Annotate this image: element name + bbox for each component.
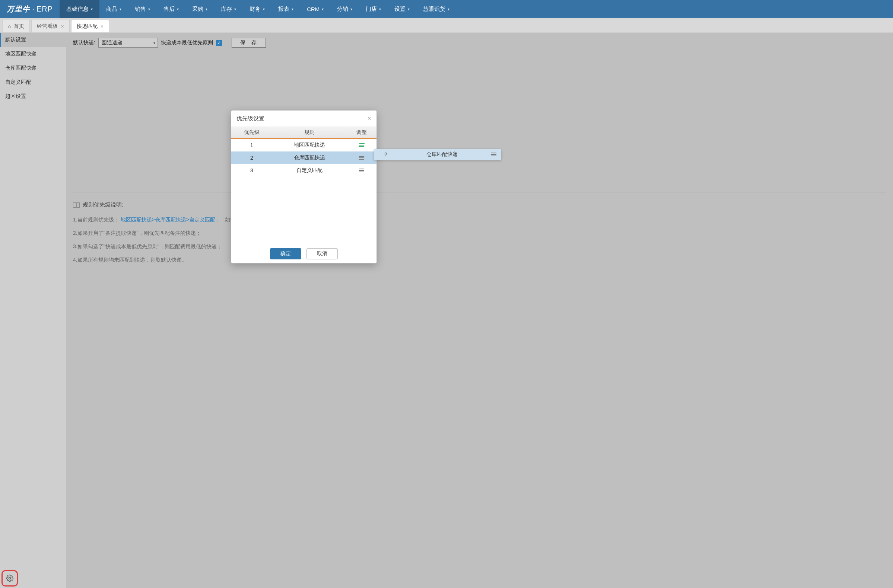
sidebar-item-warehouse[interactable]: 仓库匹配快递 xyxy=(0,61,66,75)
drag-handle-icon[interactable] xyxy=(491,153,496,156)
chevron-down-icon: ▾ xyxy=(148,7,150,11)
rule-line-4: 4.如果所有规则均未匹配到快递，则取默认快递。 xyxy=(73,257,886,264)
chevron-down-icon: ▾ xyxy=(408,7,410,11)
cell-adj xyxy=(347,169,376,172)
col-adjust: 调整 xyxy=(347,127,376,138)
chevron-down-icon: ▾ xyxy=(263,7,265,11)
rule-1-link-3[interactable]: 自定义匹配 xyxy=(189,217,215,222)
nav-item-store[interactable]: 门店▾ xyxy=(359,0,388,18)
book-icon xyxy=(73,202,80,208)
nav-item-crm[interactable]: CRM▾ xyxy=(300,0,330,18)
drag-handle-icon[interactable] xyxy=(359,169,364,172)
chevron-down-icon: ▾ xyxy=(120,7,122,11)
ok-label: 确定 xyxy=(280,250,291,257)
table-row[interactable]: 2 仓库匹配快递 xyxy=(231,152,376,164)
nav-label: 售后 xyxy=(164,6,174,13)
brand-logo: 万里牛 xyxy=(7,4,30,14)
modal-table-header: 优先级 规则 调整 xyxy=(231,127,376,139)
rules-panel: 规则优先级说明: 1.当前规则优先级： 地区匹配快递>仓库匹配快递>自定义匹配；… xyxy=(73,192,886,270)
svg-point-0 xyxy=(9,578,11,579)
ghost-prio: 2 xyxy=(374,152,398,158)
chevron-down-icon: ▾ xyxy=(379,7,381,11)
default-express-label: 默认快递: xyxy=(73,39,95,46)
ok-button[interactable]: 确定 xyxy=(270,248,301,260)
nav-item-sales[interactable]: 销售▾ xyxy=(128,0,157,18)
ghost-rule: 仓库匹配快递 xyxy=(398,151,486,158)
nav-label: 基础信息 xyxy=(66,6,89,13)
sidebar-item-default[interactable]: 默认设置 xyxy=(0,33,66,47)
cell-rule: 仓库匹配快递 xyxy=(272,154,347,161)
drag-handle-icon[interactable] xyxy=(359,156,364,160)
sidebar-item-region[interactable]: 地区匹配快递 xyxy=(0,47,66,61)
settings-gear-button[interactable] xyxy=(2,570,18,586)
rule-line-3: 3.如果勾选了"快递成本最低优先原则"，则匹配费用最低的快递； xyxy=(73,243,886,250)
cell-adj xyxy=(347,156,376,160)
page-tabs: ⌂ 首页 经营看板 × 快递匹配 × xyxy=(0,18,893,33)
sidebar-item-overzone[interactable]: 超区设置 xyxy=(0,89,66,104)
rule-1-sep: > xyxy=(186,217,189,222)
rules-title: 规则优先级说明: xyxy=(73,201,886,208)
brand-sep: · xyxy=(32,5,34,13)
nav-label: 财务 xyxy=(250,6,261,13)
select-value: 圆通速递 xyxy=(102,39,123,46)
content: 默认快递: 圆通速递 ▾ 快递成本最低优先原则 ✓ 保 存 规则优先级说明: 1… xyxy=(66,33,893,588)
cell-prio: 3 xyxy=(231,168,272,173)
chevron-down-icon: ▾ xyxy=(234,7,236,11)
nav-item-purchase[interactable]: 采购▾ xyxy=(185,0,214,18)
nav-label: 商品 xyxy=(106,6,117,13)
tab-express-match[interactable]: 快递匹配 × xyxy=(71,20,109,32)
nav-item-stock[interactable]: 库存▾ xyxy=(214,0,243,18)
rule-1-link-1[interactable]: 地区匹配快递 xyxy=(121,217,152,222)
nav: 基础信息▾ 商品▾ 销售▾ 售后▾ 采购▾ 库存▾ 财务▾ 报表▾ CRM▾ 分… xyxy=(60,0,456,18)
tab-home[interactable]: ⌂ 首页 xyxy=(2,20,30,32)
chevron-down-icon: ▾ xyxy=(91,7,93,11)
nav-item-distribution[interactable]: 分销▾ xyxy=(330,0,359,18)
modal-close-button[interactable]: × xyxy=(367,115,371,123)
save-button[interactable]: 保 存 xyxy=(232,38,266,48)
tab-label: 首页 xyxy=(14,23,24,30)
sidebar-item-custom[interactable]: 自定义匹配 xyxy=(0,75,66,89)
sidebar-item-label: 地区匹配快递 xyxy=(5,51,36,57)
nav-item-report[interactable]: 报表▾ xyxy=(272,0,300,18)
modal-rows: 1 地区匹配快递 2 仓库匹配快递 3 自定义匹配 xyxy=(231,139,376,177)
sidebar-item-label: 超区设置 xyxy=(5,93,26,100)
tab-label: 快递匹配 xyxy=(77,23,98,30)
cell-prio: 1 xyxy=(231,142,272,148)
priority-modal: 优先级设置 × 优先级 规则 调整 1 地区匹配快递 2 仓库匹配快递 3 自定… xyxy=(231,110,377,264)
chevron-down-icon: ▾ xyxy=(153,41,155,45)
close-icon[interactable]: × xyxy=(101,24,104,29)
nav-item-settings[interactable]: 设置▾ xyxy=(388,0,416,18)
chevron-down-icon: ▾ xyxy=(206,7,207,11)
sidebar: 默认设置 地区匹配快递 仓库匹配快递 自定义匹配 超区设置 xyxy=(0,33,66,588)
nav-label: 分销 xyxy=(337,6,348,13)
nav-item-basic[interactable]: 基础信息▾ xyxy=(60,0,99,18)
cell-adj xyxy=(347,143,376,147)
table-row[interactable]: 3 自定义匹配 xyxy=(231,164,376,177)
sidebar-item-label: 自定义匹配 xyxy=(5,79,31,86)
nav-item-aftersale[interactable]: 售后▾ xyxy=(157,0,185,18)
modal-title: 优先级设置 xyxy=(236,115,265,122)
nav-item-finance[interactable]: 财务▾ xyxy=(243,0,272,18)
modal-spacer xyxy=(231,177,376,244)
nav-label: 慧眼识货 xyxy=(423,6,445,13)
rule-line-2: 2.如果开启了"备注提取快递"，则优先匹配备注的快递； xyxy=(73,230,886,237)
cancel-label: 取消 xyxy=(317,250,327,257)
nav-item-goods[interactable]: 商品▾ xyxy=(99,0,128,18)
chevron-down-icon: ▾ xyxy=(448,7,450,11)
nav-item-huiyan[interactable]: 慧眼识货▾ xyxy=(416,0,456,18)
cancel-button[interactable]: 取消 xyxy=(307,248,338,260)
rule-1-link-2[interactable]: 仓库匹配快递 xyxy=(155,217,186,222)
default-express-select[interactable]: 圆通速递 ▾ xyxy=(98,38,158,48)
home-icon: ⌂ xyxy=(8,24,11,29)
nav-label: 销售 xyxy=(135,6,146,13)
tab-dashboard[interactable]: 经营看板 × xyxy=(31,20,69,32)
table-row[interactable]: 1 地区匹配快递 xyxy=(231,139,376,152)
brand: 万里牛 · ERP xyxy=(0,0,60,18)
modal-footer: 确定 取消 xyxy=(231,244,376,263)
modal-header: 优先级设置 × xyxy=(231,111,376,127)
drag-handle-icon[interactable] xyxy=(359,143,365,147)
close-icon[interactable]: × xyxy=(61,24,64,29)
cost-first-checkbox[interactable]: ✓ xyxy=(216,40,222,46)
brand-erp: ERP xyxy=(36,5,53,14)
cost-first-label: 快递成本最低优先原则 xyxy=(161,39,213,46)
